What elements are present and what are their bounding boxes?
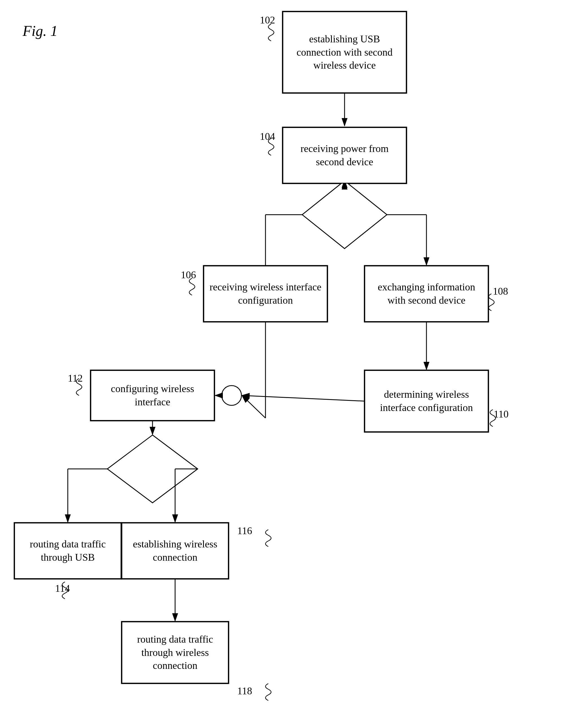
node-114-label: routing data traffic through USB xyxy=(18,538,118,564)
ref-116: 116 xyxy=(237,525,252,537)
ref-118: 118 xyxy=(237,685,252,697)
node-104-label: receiving power from second device xyxy=(286,142,403,169)
svg-marker-9 xyxy=(107,435,198,503)
node-118-label: routing data traffic through wireless co… xyxy=(125,633,225,672)
node-106-box: receiving wireless interface configurati… xyxy=(203,266,328,322)
svg-marker-3 xyxy=(302,181,387,249)
ref-108: 108 xyxy=(493,285,508,297)
node-112-box: configuring wireless interface xyxy=(90,370,215,421)
ref-102: 102 xyxy=(260,14,275,26)
node-110-label: determining wireless interface configura… xyxy=(368,388,485,414)
node-112-label: configuring wireless interface xyxy=(94,382,211,409)
node-114-box: routing data traffic through USB xyxy=(14,522,122,579)
svg-line-24 xyxy=(242,395,266,418)
ref-114: 114 xyxy=(55,582,70,594)
node-102-box: establishing USB connection with second … xyxy=(282,11,407,93)
node-106-label: receiving wireless interface configurati… xyxy=(207,281,324,307)
node-116-box: establishing wireless connection xyxy=(122,522,229,579)
node-102-label: establishing USB connection with second … xyxy=(286,33,403,72)
node-108-box: exchanging information with second devic… xyxy=(364,266,488,322)
ref-106: 106 xyxy=(181,269,196,281)
ref-110: 110 xyxy=(494,408,509,420)
svg-point-7 xyxy=(222,386,241,405)
ref-104: 104 xyxy=(260,130,275,142)
figure-label: Fig. 1 xyxy=(23,23,58,39)
node-110-box: determining wireless interface configura… xyxy=(364,370,488,432)
node-108-label: exchanging information with second devic… xyxy=(368,281,485,307)
node-118-box: routing data traffic through wireless co… xyxy=(122,621,229,684)
node-104-box: receiving power from second device xyxy=(282,127,407,184)
ref-112: 112 xyxy=(68,372,83,384)
node-116-label: establishing wireless connection xyxy=(125,538,225,564)
svg-line-22 xyxy=(242,395,364,401)
